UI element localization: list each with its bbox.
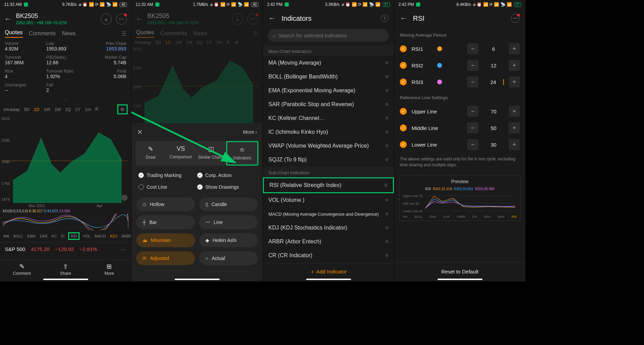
middle-value[interactable]: 50 [483,125,504,131]
indicator-macd[interactable]: MACD (Moving Average Convergence and Div… [263,207,394,221]
tool-similar-charts[interactable]: ◫Similar Charts [196,141,226,166]
indicator-vol[interactable]: VOL (Volume )≡ [263,193,394,207]
drag-handle-icon[interactable]: ≡ [385,129,388,135]
tf-1min[interactable]: 1m [216,40,222,45]
home-indicator[interactable] [306,279,351,280]
drag-handle-icon[interactable]: ≡ [385,101,388,108]
check-corp-action[interactable]: ✓Corp. Action [197,172,256,178]
collapse-caret-icon[interactable]: ︿ [0,96,131,102]
indicator-cr[interactable]: CR (CR Indicator)≡ [263,249,394,262]
check-rsi1[interactable]: ✓ [400,45,407,52]
check-lower[interactable]: ✓ [400,141,407,148]
indicator-rsi[interactable]: RSI (Relative Strength Index)≡ [263,177,394,193]
check-upper[interactable]: ✓ [400,108,407,115]
expand-icon[interactable]: ⇱ [95,107,99,112]
tf-1w[interactable]: 1W [44,107,50,112]
expand-icon[interactable]: ⇱ [227,40,230,45]
tool-draw[interactable]: ✎Draw [136,141,166,166]
check-rsi3[interactable]: ✓ [400,78,407,85]
indicator-list[interactable]: MA (Moving Average)≡ BOLL (Bollinger Ban… [263,56,394,263]
drag-handle-icon[interactable]: ≡ [385,225,388,231]
rsi1-color-dot[interactable] [437,46,442,51]
rsi2-value[interactable]: 12 [483,63,504,68]
comment-button[interactable]: ✎Comment [0,263,44,276]
chat-icon[interactable]: ⋯ [511,14,520,23]
more-button[interactable]: ⊞More [88,263,131,276]
price-chart[interactable]: 2615 2330 2045 1760 1474 [0,116,131,203]
indicator-ic[interactable]: IC (Ichimoku Kinko Hyo)≡ [263,125,394,139]
tf-1m[interactable]: 1M [55,107,61,112]
search-icon[interactable]: ⌕ [101,13,112,25]
drag-handle-icon[interactable]: ≡ [385,252,388,259]
style-bar[interactable]: ┼Bar [136,215,195,229]
drag-handle-icon[interactable]: ≡ [385,157,388,163]
back-icon[interactable]: ← [268,14,276,23]
rsi1-value[interactable]: 6 [483,46,504,52]
rsi1-minus-button[interactable]: − [467,43,478,54]
ind-arbr[interactable]: ARBR [121,233,131,239]
back-icon[interactable]: ← [4,15,12,24]
indicator-ma[interactable]: MA (Moving Average)≡ [263,56,394,70]
drag-handle-icon[interactable]: ≡ [385,197,388,203]
ind-sar[interactable]: SAR [39,233,48,239]
tab-quotes[interactable]: Quotes [5,29,23,38]
tab-comments[interactable]: Comments [160,30,187,37]
check-rsi2[interactable]: ✓ [400,62,407,69]
style-actual[interactable]: ○Actual [199,251,258,265]
drag-handle-icon[interactable]: ≡ [385,74,388,80]
lower-value[interactable]: 30 [483,142,504,148]
tf-1q[interactable]: 1Q [65,107,71,112]
tf-intraday[interactable]: Intraday [3,107,20,112]
rsi1-plus-button[interactable]: + [509,43,520,54]
tool-comparison[interactable]: VSComparison [166,141,196,166]
chart-settings-button[interactable]: ⚙ [234,40,239,45]
search-icon[interactable]: ⌕ [232,13,243,25]
rsi2-plus-button[interactable]: + [509,60,520,71]
chevron-up-icon[interactable]: ︿ [121,246,126,252]
tf-1w[interactable]: 1W [175,40,182,45]
tf-1d[interactable]: 1D [165,40,171,45]
drag-handle-icon[interactable]: ≡ [385,87,388,94]
search-input[interactable]: ⌕ Search for selected indicators [268,29,389,42]
menu-icon[interactable]: ☰ [121,30,126,37]
menu-icon[interactable]: ☰ [253,30,258,37]
middle-minus-button[interactable]: − [467,122,478,133]
drag-handle-icon[interactable]: ≡ [385,239,388,245]
rsi2-color-dot[interactable] [437,63,442,68]
drag-handle-icon[interactable]: ≡ [385,143,388,149]
check-show-drawings[interactable]: ✓Show Drawings [197,184,256,190]
stat-prev-value[interactable]: 1953.893 [88,46,126,52]
lower-minus-button[interactable]: − [467,139,478,150]
rsi2-minus-button[interactable]: − [467,60,478,71]
check-cost-line[interactable]: Cost Line [138,184,197,190]
indicator-kc[interactable]: KC (Keltner Channel…≡ [263,111,394,125]
sp500-row[interactable]: S&P 500 4175.20 −120.92 −2.81% ︿ [0,242,131,256]
rsi3-plus-button[interactable]: + [509,76,520,87]
tf-5d[interactable]: 5D [24,107,30,112]
tf-1y[interactable]: 1Y [206,40,212,45]
drag-handle-icon[interactable]: ≡ [384,182,387,188]
home-indicator[interactable] [43,279,88,280]
tf-1q[interactable]: 1Q [196,40,202,45]
indicator-sar[interactable]: SAR (Parabolic Stop and Reverse)≡ [263,97,394,111]
upper-plus-button[interactable]: + [509,106,520,117]
check-middle[interactable]: ✓ [400,124,407,131]
ind-kc[interactable]: KC [51,233,57,239]
kdj-sub-chart[interactable] [3,214,128,230]
tf-1min[interactable]: 1m [85,107,91,112]
chat-icon[interactable]: ⋯ [247,13,258,25]
ind-kdj[interactable]: KDJ [109,233,118,239]
style-candle[interactable]: ▯Candle [199,197,258,211]
ind-ic[interactable]: IC [60,233,65,239]
rsi3-color-dot[interactable] [437,80,442,84]
tf-1d[interactable]: 1D [34,107,40,112]
ind-ema[interactable]: EMA [27,233,36,239]
tab-comments[interactable]: Comments [29,30,56,37]
indicator-boll[interactable]: BOLL (Bollinger BandWidth)≡ [263,70,394,84]
style-heikin-ashi[interactable]: ◆Heikin Ashi [199,233,258,247]
camera-icon[interactable] [121,195,128,201]
drag-handle-icon[interactable]: ≡ [385,60,388,66]
style-line[interactable]: 〰Line [199,215,258,229]
upper-minus-button[interactable]: − [467,106,478,117]
home-indicator[interactable] [438,279,482,280]
